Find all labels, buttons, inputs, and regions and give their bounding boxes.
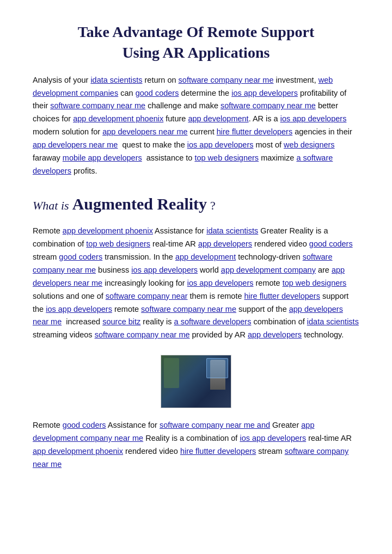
link-ios-app-developers-4[interactable]: ios app developers <box>131 266 198 274</box>
ar-image <box>161 355 231 408</box>
link-software-company-and[interactable]: software company near me and <box>160 421 270 429</box>
link-a-software-developers-2[interactable]: a software developers <box>174 317 252 326</box>
link-ios-app-developers-6[interactable]: ios app developers <box>46 305 112 313</box>
link-app-development-2[interactable]: app development <box>175 253 236 261</box>
link-hire-flutter-3[interactable]: hire flutter developers <box>180 447 256 455</box>
heading-what-is: What is <box>33 196 69 215</box>
ar-image-container <box>33 355 359 408</box>
paragraph-3: Remote good coders Assistance for softwa… <box>33 419 359 471</box>
link-ios-app-developers-5[interactable]: ios app developers <box>187 279 254 287</box>
link-web-designers-1[interactable]: web designers <box>284 140 335 149</box>
heading-question-mark: ? <box>210 196 216 215</box>
ar-image-inner <box>161 355 231 408</box>
link-app-dev-near-me-2[interactable]: app developers near me <box>33 140 118 149</box>
main-title: Take Advantage Of Remote Support Using A… <box>33 22 359 63</box>
link-good-coders-1[interactable]: good coders <box>136 89 179 97</box>
link-top-web-designers-3[interactable]: top web designers <box>283 279 347 287</box>
link-app-dev-phoenix-3[interactable]: app development phoenix <box>33 447 123 455</box>
ar-image-left-panel <box>164 358 179 388</box>
link-good-coders-4[interactable]: good coders <box>63 421 106 429</box>
link-app-dev-phoenix-2[interactable]: app development phoenix <box>63 226 153 235</box>
link-app-developers-1[interactable]: app developers <box>198 239 252 248</box>
link-idata-scientists-1[interactable]: idata scientists <box>90 76 142 84</box>
link-hire-flutter-2[interactable]: hire flutter developers <box>244 292 320 300</box>
link-ios-app-developers-3[interactable]: ios app developers <box>187 140 254 149</box>
link-mobile-app-developers[interactable]: mobile app developers <box>63 153 142 162</box>
link-hire-flutter-1[interactable]: hire flutter developers <box>217 127 292 136</box>
section-heading-ar: What is Augmented Reality? <box>33 191 359 217</box>
paragraph-2: Remote app development phoenix Assistanc… <box>33 225 359 342</box>
link-idata-scientists-2[interactable]: idata scientists <box>206 226 258 235</box>
link-ios-app-developers-1[interactable]: ios app developers <box>231 89 298 97</box>
link-software-company-near[interactable]: software company near <box>106 292 188 300</box>
link-software-company-3[interactable]: software company near me <box>220 101 316 110</box>
heading-augmented-reality: Augmented Reality <box>72 191 207 217</box>
link-software-company-6[interactable]: software company near me <box>95 330 190 339</box>
link-ios-app-developers-2[interactable]: ios app developers <box>280 114 347 123</box>
link-software-company-2[interactable]: software company near me <box>50 101 145 110</box>
link-app-developers-2[interactable]: app developers <box>248 330 302 339</box>
link-ios-app-developers-7[interactable]: ios app developers <box>240 434 306 442</box>
link-good-coders-3[interactable]: good coders <box>59 253 102 261</box>
link-app-dev-phoenix-1[interactable]: app development phoenix <box>73 114 163 123</box>
link-app-dev-company-1[interactable]: app development company <box>221 266 316 274</box>
link-software-company-5[interactable]: software company near me <box>141 305 236 313</box>
link-source-bitz[interactable]: source bitz <box>102 317 140 326</box>
paragraph-1: Analysis of your idata scientists return… <box>33 74 359 178</box>
link-software-company-1[interactable]: software company near me <box>179 76 274 84</box>
link-app-development-1[interactable]: app development <box>188 114 248 123</box>
link-top-web-designers-1[interactable]: top web designers <box>194 153 259 162</box>
link-top-web-designers-2[interactable]: top web designers <box>86 239 150 248</box>
link-app-dev-near-me-1[interactable]: app developers near me <box>102 127 187 136</box>
link-good-coders-2[interactable]: good coders <box>309 239 353 248</box>
link-idata-scientists-3[interactable]: idata scientists <box>307 317 359 326</box>
